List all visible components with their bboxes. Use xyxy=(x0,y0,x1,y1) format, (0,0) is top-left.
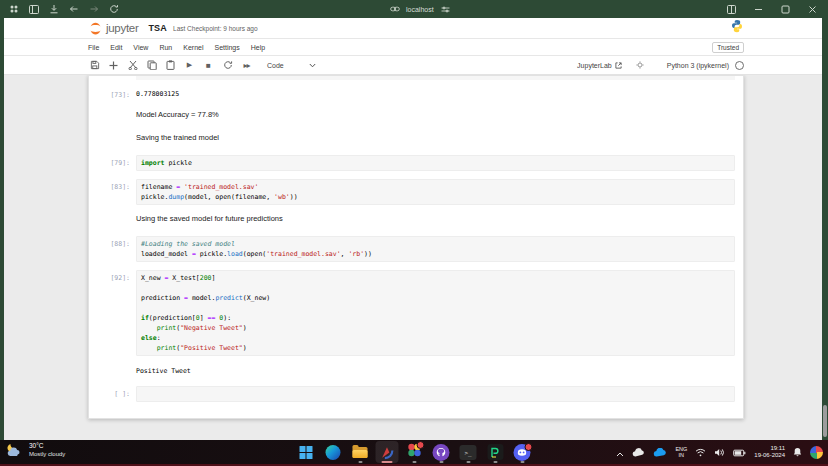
download-icon[interactable] xyxy=(48,4,59,15)
gear-icon[interactable] xyxy=(634,59,647,71)
paste-icon[interactable] xyxy=(164,59,177,71)
close-icon[interactable] xyxy=(807,4,818,15)
lang-line2: IN xyxy=(675,452,687,458)
taskbar-github-desktop-icon[interactable] xyxy=(430,441,453,463)
notebook-cell: [79]:import pickle xyxy=(89,155,743,171)
scrollbar-thumb[interactable] xyxy=(823,405,827,437)
volume-icon[interactable] xyxy=(714,443,725,461)
sidebar-icon[interactable] xyxy=(28,4,39,15)
colorful-circle-icon[interactable] xyxy=(810,446,823,459)
browser-titlebar: localhost xyxy=(0,0,828,18)
system-tray: ENG IN 19:11 19-06-2024 xyxy=(616,440,823,464)
kernel-name[interactable]: Python 3 (ipykernel) xyxy=(667,62,729,69)
taskbar-pycharm-icon[interactable] xyxy=(484,441,507,463)
start-button[interactable] xyxy=(295,441,318,463)
jupyter-brand-text: jupyter xyxy=(106,22,138,34)
taskbar-active-app-icon[interactable] xyxy=(376,441,399,463)
taskbar-file-explorer-icon[interactable] xyxy=(349,441,372,463)
save-icon[interactable] xyxy=(88,59,101,71)
add-cell-icon[interactable] xyxy=(107,59,120,71)
cut-icon[interactable] xyxy=(126,59,139,71)
menu-help[interactable]: Help xyxy=(251,44,265,51)
taskbar-edge-icon[interactable] xyxy=(322,441,345,463)
cloud-icon[interactable] xyxy=(632,443,645,461)
code-line: X_new = X_test[200] xyxy=(141,273,730,283)
dropdown-chevron-icon[interactable] xyxy=(306,59,319,71)
restart-icon[interactable] xyxy=(221,59,234,71)
weather-condition: Mostly cloudy xyxy=(29,450,65,458)
menu-edit[interactable]: Edit xyxy=(110,44,122,51)
menubar: File Edit View Run Kernel Settings Help … xyxy=(4,39,822,56)
notebook-cells: [73]:0.778003125Model Accuracy = 77.8%Sa… xyxy=(89,76,743,402)
cell-prompt xyxy=(89,364,136,378)
onedrive-icon[interactable] xyxy=(653,443,667,461)
code-input[interactable]: #Loading the saved modelloaded_model = p… xyxy=(136,236,735,262)
code-input[interactable]: filename = 'trained_model.sav'pickle.dum… xyxy=(136,179,735,205)
forward-icon[interactable] xyxy=(88,4,99,15)
weather-temp: 30°C xyxy=(29,442,65,450)
code-line: print("Negative Tweet") xyxy=(141,323,730,333)
battery-icon[interactable] xyxy=(733,443,746,461)
refresh-icon[interactable] xyxy=(108,4,119,15)
cell-prompt: [ ]: xyxy=(89,386,136,402)
tray-date: 19-06-2024 xyxy=(754,452,785,459)
trusted-badge[interactable]: Trusted xyxy=(712,42,744,53)
minimize-icon[interactable] xyxy=(753,4,764,15)
menu-settings[interactable]: Settings xyxy=(214,44,239,51)
cell-type-select[interactable]: Code xyxy=(267,62,284,69)
cell-prompt: [88]: xyxy=(89,236,136,262)
cell-body xyxy=(136,386,735,402)
cell-prompt xyxy=(89,109,136,120)
copy-icon[interactable] xyxy=(145,59,158,71)
run-icon[interactable] xyxy=(183,59,196,71)
stop-icon[interactable] xyxy=(202,59,215,71)
back-icon[interactable] xyxy=(68,4,79,15)
cell-body: filename = 'trained_model.sav'pickle.dum… xyxy=(136,179,735,205)
address-chip[interactable]: localhost xyxy=(389,4,451,15)
split-window-icon[interactable] xyxy=(726,4,737,15)
tray-chevron-icon[interactable] xyxy=(616,443,624,461)
cell-prompt: [92]: xyxy=(89,270,136,356)
cell-prompt: [83]: xyxy=(89,179,136,205)
notebook-scroll-area[interactable]: [73]:0.778003125Model Accuracy = 77.8%Sa… xyxy=(4,75,822,440)
menu-view[interactable]: View xyxy=(133,44,148,51)
taskbar-apps: >_ xyxy=(295,441,534,463)
language-indicator[interactable]: ENG IN xyxy=(675,446,687,458)
notebook-title[interactable]: TSA xyxy=(148,23,167,33)
notebook-cell: Saving the trained model xyxy=(89,132,743,143)
taskbar-terminal-icon[interactable]: >_ xyxy=(457,441,480,463)
maximize-icon[interactable] xyxy=(780,4,791,15)
code-line xyxy=(141,303,730,313)
bell-icon[interactable] xyxy=(793,443,802,461)
wifi-icon[interactable] xyxy=(695,443,706,461)
weather-widget[interactable]: 30°C Mostly cloudy xyxy=(6,442,65,458)
app-icon xyxy=(8,4,19,15)
code-line: Positive Tweet xyxy=(136,366,735,376)
cell-body: X_new = X_test[200] prediction = model.p… xyxy=(136,270,735,356)
code-line: import pickle xyxy=(141,158,730,168)
markdown-text[interactable]: Saving the trained model xyxy=(136,132,735,143)
menu-kernel[interactable]: Kernel xyxy=(183,44,203,51)
taskbar: 30°C Mostly cloudy xyxy=(0,440,828,466)
code-input[interactable] xyxy=(136,386,735,402)
jupyterlab-link[interactable]: JupyterLab xyxy=(577,62,622,69)
markdown-text[interactable]: Using the saved model for future predict… xyxy=(136,213,735,224)
cell-body: Model Accuracy = 77.8% xyxy=(136,109,735,120)
menu-file[interactable]: File xyxy=(88,44,99,51)
code-input[interactable]: import pickle xyxy=(136,155,735,171)
menu-run[interactable]: Run xyxy=(159,44,172,51)
restart-run-all-icon[interactable] xyxy=(240,59,253,71)
cell-prompt: [79]: xyxy=(89,155,136,171)
toolbar: Code JupyterLab Python 3 (ipykernel) xyxy=(4,56,822,75)
jupyter-logo[interactable]: jupyter xyxy=(88,21,138,36)
taskbar-pinwheel-app-icon[interactable] xyxy=(403,441,426,463)
cell-body: Saving the trained model xyxy=(136,132,735,143)
clock[interactable]: 19:11 19-06-2024 xyxy=(754,445,785,459)
kernel-status-icon xyxy=(735,61,744,70)
notebook-cell: Using the saved model for future predict… xyxy=(89,213,743,224)
screen: localhost xyxy=(0,0,828,466)
markdown-text[interactable]: Model Accuracy = 77.8% xyxy=(136,109,735,120)
tune-icon[interactable] xyxy=(440,4,451,15)
taskbar-discord-icon[interactable] xyxy=(511,441,534,463)
code-input[interactable]: X_new = X_test[200] prediction = model.p… xyxy=(136,270,735,356)
